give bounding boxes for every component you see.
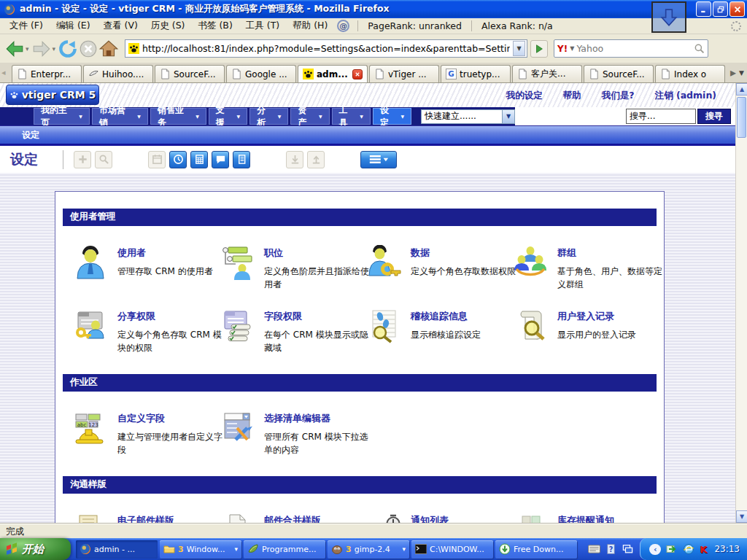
chat-toolbar-button[interactable]	[212, 151, 229, 168]
browser-tab-8[interactable]: SourceF...	[584, 65, 654, 82]
browser-tab-1[interactable]: Huihoo....	[83, 65, 153, 82]
tray-keyboard-icon[interactable]	[588, 544, 600, 554]
settings-item[interactable]: 稽核追踪信息显示稽核追踪设定	[366, 308, 513, 354]
settings-item-link[interactable]: 自定义字段	[117, 412, 228, 425]
taskbar-task-0[interactable]: admin - ...	[76, 540, 158, 559]
scrollbar-thumb[interactable]	[737, 97, 746, 138]
crm-tab-3[interactable]: 支援▼	[209, 108, 247, 125]
browser-tab-7[interactable]: 客户关...	[512, 65, 582, 82]
tab-scroll-left-icon[interactable]: ◂	[1, 68, 12, 77]
tray-chevron-icon[interactable]: ‹	[649, 544, 661, 555]
settings-item[interactable]: 字段权限在每个 CRM 模块显示或隐藏域	[220, 308, 366, 354]
settings-item-link[interactable]: 库存提醒通知	[557, 514, 668, 523]
scroll-down-icon[interactable]: ▼	[736, 510, 747, 523]
tab-close-button[interactable]	[352, 69, 363, 79]
go-button[interactable]	[530, 40, 548, 58]
taskbar-task-3[interactable]: 3gimp-2.4▾	[328, 540, 409, 559]
back-button[interactable]	[4, 39, 25, 59]
crm-search-button[interactable]: 搜寻	[697, 109, 731, 124]
crm-header-link-2[interactable]: 我们是?	[602, 90, 635, 102]
vertical-scrollbar[interactable]: ▲ ▼	[735, 83, 747, 523]
calculator-toolbar-button[interactable]	[190, 151, 208, 168]
tray-kaspersky-icon[interactable]: K	[700, 544, 707, 555]
scroll-up-icon[interactable]: ▲	[736, 83, 747, 96]
tab-scroll-right-icon[interactable]: ▸	[730, 66, 736, 79]
menu-item-0[interactable]: 文件 (F)	[3, 19, 50, 33]
tray-update-icon[interactable]	[666, 543, 678, 555]
settings-item[interactable]: 邮件合并样版管理邮件合并的样板	[220, 513, 366, 523]
settings-item-link[interactable]: 群组	[557, 246, 668, 260]
at-extension-icon[interactable]: @	[337, 20, 349, 32]
taskbar-task-2[interactable]: Programme...	[244, 540, 325, 559]
menu-item-1[interactable]: 编辑 (E)	[50, 19, 97, 33]
url-dropdown-button[interactable]: ▼	[513, 41, 525, 56]
menu-item-2[interactable]: 查看 (V)	[97, 19, 144, 33]
settings-item-link[interactable]: 电子邮件样版	[117, 514, 228, 523]
close-button[interactable]	[729, 1, 745, 17]
settings-item[interactable]: 电子邮件样版管理邮件模块的样板	[73, 513, 220, 523]
search-magnifier-icon[interactable]	[694, 43, 705, 54]
browser-tab-2[interactable]: SourceF...	[155, 65, 225, 82]
settings-item-link[interactable]: 字段权限	[264, 310, 375, 323]
settings-item[interactable]: 选择清单编辑器管理所有 CRM 模块下拉选单的内容	[220, 411, 366, 456]
taskbar-task-5[interactable]: Free Down...	[495, 540, 577, 559]
settings-item[interactable]: 库存提醒通知修改库存相关提醒的设	[513, 513, 659, 523]
tray-help-icon[interactable]: ?	[605, 544, 617, 554]
crm-tab-7[interactable]: 设定▼	[373, 108, 411, 125]
settings-item-link[interactable]: 稽核追踪信息	[411, 310, 522, 323]
url-input[interactable]	[142, 43, 510, 54]
quick-create-select[interactable]: 快速建立...... ▼	[421, 109, 515, 124]
settings-item[interactable]: abc123自定义字段建立与管理使用者自定义字段	[73, 411, 220, 456]
browser-tab-5[interactable]: vTiger ...	[369, 65, 439, 82]
settings-item-link[interactable]: 使用者	[117, 246, 228, 260]
browser-tab-4[interactable]: adm...	[298, 65, 368, 82]
settings-item-link[interactable]: 数据	[411, 246, 522, 260]
notes-toolbar-button[interactable]	[233, 151, 250, 168]
stop-button[interactable]	[78, 39, 98, 59]
forward-button[interactable]	[31, 39, 52, 59]
browser-tab-3[interactable]: Google ...	[226, 65, 296, 82]
start-button[interactable]: 开始	[0, 538, 71, 560]
yahoo-logo[interactable]: Y!	[557, 44, 568, 54]
clock-toolbar-button[interactable]	[169, 151, 187, 168]
crm-tab-4[interactable]: 分析▼	[249, 108, 288, 125]
back-history-dropdown[interactable]: ▾	[26, 45, 29, 52]
settings-item-link[interactable]: 邮件合并样版	[264, 514, 375, 523]
screengrab-widget[interactable]	[651, 1, 686, 33]
browser-tab-9[interactable]: Index o	[655, 65, 725, 82]
web-search-box[interactable]: Y! ▼	[554, 39, 708, 58]
crm-search-input[interactable]	[626, 109, 696, 124]
settings-item-link[interactable]: 用户登入记录	[557, 310, 668, 323]
home-button[interactable]	[98, 39, 119, 59]
minimize-button[interactable]	[696, 1, 711, 17]
menu-item-6[interactable]: 帮助 (H)	[286, 19, 334, 33]
browser-tab-6[interactable]: Gtruetyp...	[441, 65, 511, 82]
crm-tab-2[interactable]: 销售业务▼	[150, 108, 206, 125]
crm-header-link-1[interactable]: 帮助	[563, 90, 581, 102]
menu-item-4[interactable]: 书签 (B)	[192, 19, 239, 33]
reload-button[interactable]	[58, 39, 78, 59]
crm-header-link-3[interactable]: 注销 (admin)	[655, 90, 716, 102]
search-engine-dropdown[interactable]: ▼	[570, 45, 574, 52]
menu-item-3[interactable]: 历史 (S)	[144, 19, 192, 33]
chevron-down-icon[interactable]: ▼	[502, 110, 514, 123]
crm-tab-0[interactable]: 我的主页▼	[34, 108, 90, 125]
listview-toolbar-button[interactable]	[360, 151, 397, 168]
settings-item-link[interactable]: 通知列表	[411, 514, 522, 523]
settings-item-link[interactable]: 选择清单编辑器	[264, 412, 375, 425]
menu-item-5[interactable]: 工具 (T)	[239, 19, 286, 33]
forward-history-dropdown[interactable]: ▾	[53, 45, 56, 52]
settings-item[interactable]: 通知列表管理重要操作的警示通	[366, 513, 513, 523]
vtiger-logo[interactable]: vtiger CRM 5	[6, 85, 99, 105]
browser-tab-0[interactable]: Enterpr...	[12, 65, 82, 82]
taskbar-task-1[interactable]: 3Window...▾	[160, 540, 241, 559]
crm-tab-5[interactable]: 资产▼	[290, 108, 329, 125]
settings-item[interactable]: 数据定义每个角色存取数据权限	[366, 245, 513, 291]
settings-item[interactable]: 用户登入记录显示用户的登入记录	[513, 308, 659, 354]
tab-list-dropdown-icon[interactable]: ▼	[739, 69, 744, 77]
crm-tab-1[interactable]: 市场营销▼	[92, 108, 148, 125]
settings-item[interactable]: 群组基于角色、用户、数据等定义群组	[513, 245, 659, 291]
web-search-input[interactable]	[576, 43, 692, 54]
restore-button[interactable]	[713, 1, 728, 17]
tray-display-icon[interactable]	[622, 544, 634, 554]
